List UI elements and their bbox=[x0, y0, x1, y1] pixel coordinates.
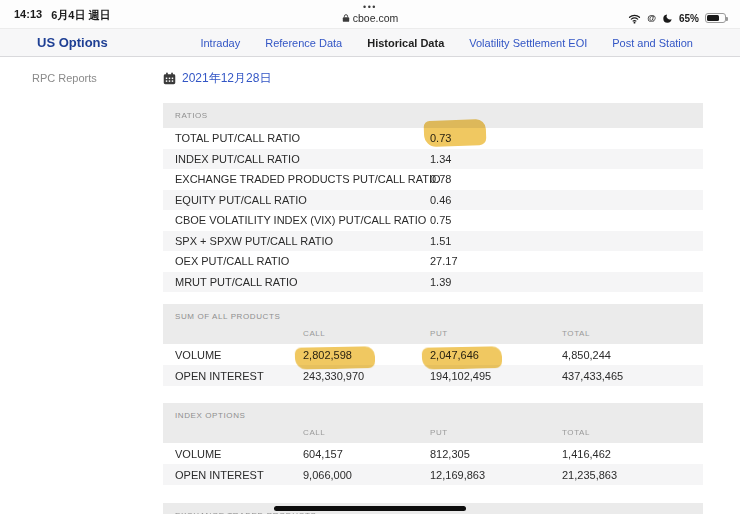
tab-intraday[interactable]: Intraday bbox=[200, 37, 240, 49]
cell-value: 194,102,495 bbox=[430, 370, 562, 382]
product-tables: SUM OF ALL PRODUCTSCALLPUTTOTALVOLUME2,8… bbox=[163, 304, 703, 485]
ratio-label: OEX PUT/CALL RATIO bbox=[175, 255, 430, 267]
ratio-row-index-put-call-ratio: INDEX PUT/CALL RATIO1.34 bbox=[163, 149, 703, 170]
column-header-call: CALL bbox=[303, 428, 430, 437]
cell-value: 2,047,646 bbox=[430, 349, 562, 361]
home-indicator[interactable] bbox=[274, 506, 466, 511]
cell-value: 12,169,863 bbox=[430, 469, 562, 481]
ratio-value: 27.17 bbox=[430, 255, 703, 267]
ratio-row-spx-spxw-put-call-ratio: SPX + SPXW PUT/CALL RATIO1.51 bbox=[163, 231, 703, 252]
ratio-label: INDEX PUT/CALL RATIO bbox=[175, 153, 430, 165]
ratio-value: 1.39 bbox=[430, 276, 703, 288]
cell-value: 9,066,000 bbox=[303, 469, 430, 481]
cell-value: 1,416,462 bbox=[562, 448, 703, 460]
page-menu-dots[interactable]: ••• bbox=[363, 3, 377, 11]
lock-icon bbox=[342, 13, 350, 23]
table-row-open-interest: OPEN INTEREST9,066,00012,169,86321,235,8… bbox=[163, 464, 703, 485]
table-row-volume: VOLUME604,157812,3051,416,462 bbox=[163, 443, 703, 464]
calendar-icon bbox=[163, 72, 176, 85]
ratio-label: CBOE VOLATILITY INDEX (VIX) PUT/CALL RAT… bbox=[175, 214, 430, 226]
ratio-value: 0.46 bbox=[430, 194, 703, 206]
cell-value: 21,235,863 bbox=[562, 469, 703, 481]
battery-icon bbox=[705, 13, 726, 23]
table-row-volume: VOLUME2,802,5982,047,6464,850,244 bbox=[163, 344, 703, 365]
table-row-open-interest: OPEN INTEREST243,330,970194,102,495437,4… bbox=[163, 365, 703, 386]
column-header-put: PUT bbox=[430, 329, 562, 338]
nav-tabs: IntradayReference DataHistorical DataVol… bbox=[200, 37, 693, 49]
tab-historical-data[interactable]: Historical Data bbox=[367, 37, 444, 49]
ratio-label: EQUITY PUT/CALL RATIO bbox=[175, 194, 430, 206]
site-nav: US Options IntradayReference DataHistori… bbox=[0, 28, 740, 57]
url-text: cboe.com bbox=[353, 12, 399, 24]
row-label: VOLUME bbox=[175, 448, 303, 460]
ratio-value: 1.34 bbox=[430, 153, 703, 165]
ratio-row-total-put-call-ratio: TOTAL PUT/CALL RATIO0.73 bbox=[163, 128, 703, 149]
ratio-label: SPX + SPXW PUT/CALL RATIO bbox=[175, 235, 430, 247]
section-ratios-header: RATIOS bbox=[163, 103, 703, 128]
column-header-row: CALLPUTTOTAL bbox=[163, 322, 703, 344]
table-index-options: INDEX OPTIONSCALLPUTTOTALVOLUME604,15781… bbox=[163, 403, 703, 485]
date-picker-value: 2021年12月28日 bbox=[182, 70, 271, 87]
cell-value: 437,433,465 bbox=[562, 370, 703, 382]
ratio-row-oex-put-call-ratio: OEX PUT/CALL RATIO27.17 bbox=[163, 251, 703, 272]
cell-value: 4,850,244 bbox=[562, 349, 703, 361]
column-header-total: TOTAL bbox=[562, 428, 703, 437]
section-sum-of-all-products-header: SUM OF ALL PRODUCTSCALLPUTTOTAL bbox=[163, 304, 703, 344]
ratio-row-mrut-put-call-ratio: MRUT PUT/CALL RATIO1.39 bbox=[163, 272, 703, 293]
ratios-table: RATIOS TOTAL PUT/CALL RATIO0.73INDEX PUT… bbox=[163, 103, 703, 292]
tab-post-and-station[interactable]: Post and Station bbox=[612, 37, 693, 49]
column-header-row: CALLPUTTOTAL bbox=[163, 421, 703, 443]
row-label: VOLUME bbox=[175, 349, 303, 361]
table-sum-of-all-products: SUM OF ALL PRODUCTSCALLPUTTOTALVOLUME2,8… bbox=[163, 304, 703, 386]
ratio-value: 0.78 bbox=[430, 173, 703, 185]
column-header-call: CALL bbox=[303, 329, 430, 338]
ratio-row-exchange-traded-products-put-call-ratio: EXCHANGE TRADED PRODUCTS PUT/CALL RATIO0… bbox=[163, 169, 703, 190]
ratios-body: TOTAL PUT/CALL RATIO0.73INDEX PUT/CALL R… bbox=[163, 128, 703, 292]
brand-us-options[interactable]: US Options bbox=[37, 35, 108, 50]
column-header-total: TOTAL bbox=[562, 329, 703, 338]
ratio-label: TOTAL PUT/CALL RATIO bbox=[175, 132, 430, 144]
ratio-value: 0.73 bbox=[430, 132, 703, 144]
column-header-put: PUT bbox=[430, 428, 562, 437]
ratio-row-cboe-volatility-index-vix-put-call-ratio: CBOE VOLATILITY INDEX (VIX) PUT/CALL RAT… bbox=[163, 210, 703, 231]
row-label: OPEN INTEREST bbox=[175, 370, 303, 382]
cell-value: 2,802,598 bbox=[303, 349, 430, 361]
ratio-value: 1.51 bbox=[430, 235, 703, 247]
section-title: RATIOS bbox=[163, 111, 208, 120]
ratio-label: MRUT PUT/CALL RATIO bbox=[175, 276, 430, 288]
status-bar: 14:13 6月4日 週日 ••• cboe.com @ 65% bbox=[0, 0, 740, 28]
tab-reference-data[interactable]: Reference Data bbox=[265, 37, 342, 49]
ratio-row-equity-put-call-ratio: EQUITY PUT/CALL RATIO0.46 bbox=[163, 190, 703, 211]
row-label: OPEN INTEREST bbox=[175, 469, 303, 481]
cell-value: 604,157 bbox=[303, 448, 430, 460]
cell-value: 243,330,970 bbox=[303, 370, 430, 382]
date-picker[interactable]: 2021年12月28日 bbox=[163, 68, 271, 88]
main-content: 2021年12月28日 RATIOS TOTAL PUT/CALL RATIO0… bbox=[163, 60, 703, 514]
ratio-label: EXCHANGE TRADED PRODUCTS PUT/CALL RATIO bbox=[175, 173, 430, 185]
ratio-value: 0.75 bbox=[430, 214, 703, 226]
sidebar-item-rpc-reports[interactable]: RPC Reports bbox=[32, 72, 97, 84]
cell-value: 812,305 bbox=[430, 448, 562, 460]
section-index-options-header: INDEX OPTIONSCALLPUTTOTAL bbox=[163, 403, 703, 443]
tab-volatility-settlement-eoi[interactable]: Volatility Settlement EOI bbox=[469, 37, 587, 49]
section-title: INDEX OPTIONS bbox=[163, 411, 703, 420]
address-bar[interactable]: cboe.com bbox=[342, 12, 399, 24]
section-title: SUM OF ALL PRODUCTS bbox=[163, 312, 703, 321]
